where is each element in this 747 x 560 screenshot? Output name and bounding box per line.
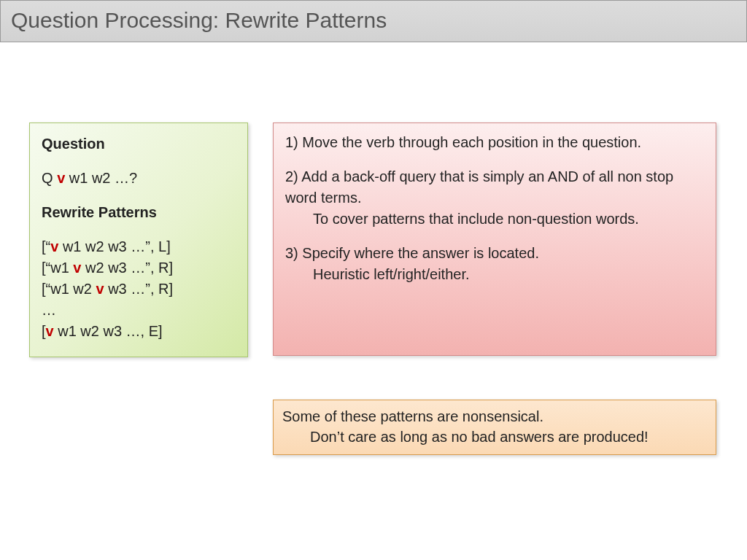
p2-post: w2 w3 …”, R]	[81, 260, 173, 276]
p2-pre: [“w1	[42, 260, 73, 276]
slide-title: Question Processing: Rewrite Patterns	[0, 0, 747, 42]
p1-verb: v	[50, 238, 58, 254]
q-verb: v	[57, 170, 65, 186]
step-3-sub: Heuristic left/right/either.	[285, 264, 704, 285]
step-1: 1) Move the verb through each position i…	[285, 132, 704, 153]
q-pre: Q	[42, 170, 57, 186]
p3-pre: [“w1 w2	[42, 281, 96, 297]
pattern-ellipsis: …	[42, 300, 236, 321]
pattern-1: [“v w1 w2 w3 …”, L]	[42, 236, 236, 257]
step-2-sub: To cover patterns that include non-quest…	[285, 209, 704, 230]
p3-post: w3 …”, R]	[104, 281, 173, 297]
pattern-2: [“w1 v w2 w3 …”, R]	[42, 257, 236, 279]
note-line-1: Some of these patterns are nonsensical.	[282, 406, 707, 427]
p4-verb: v	[46, 323, 54, 339]
note-line-2: Don’t care as long as no bad answers are…	[282, 427, 707, 447]
pattern-3: [“w1 w2 v w3 …”, R]	[42, 279, 236, 300]
question-template: Q v w1 w2 …?	[42, 168, 236, 189]
step-2: 2) Add a back-off query that is simply a…	[285, 166, 704, 209]
slide-body: Question Q v w1 w2 …? Rewrite Patterns […	[0, 42, 747, 455]
note-box: Some of these patterns are nonsensical. …	[273, 400, 716, 455]
p3-verb: v	[96, 281, 104, 297]
p1-post: w1 w2 w3 …”, L]	[58, 238, 170, 254]
step-3: 3) Specify where the answer is located.	[285, 243, 704, 264]
p4-post: w1 w2 w3 …, E]	[54, 323, 163, 339]
right-column: 1) Move the verb through each position i…	[273, 122, 716, 455]
steps-box: 1) Move the verb through each position i…	[273, 122, 716, 356]
p2-verb: v	[73, 260, 81, 276]
question-box: Question Q v w1 w2 …? Rewrite Patterns […	[29, 122, 248, 357]
q-post: w1 w2 …?	[65, 170, 137, 186]
pattern-4: [v w1 w2 w3 …, E]	[42, 321, 236, 342]
question-heading: Question	[42, 133, 236, 155]
p1-pre: [“	[42, 238, 50, 254]
patterns-heading: Rewrite Patterns	[42, 202, 236, 223]
